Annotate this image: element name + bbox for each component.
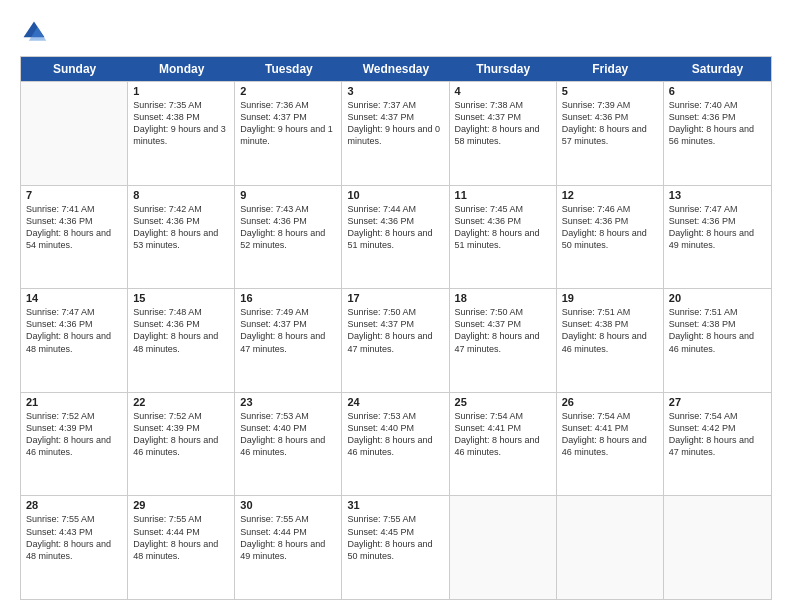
- cal-cell: 20Sunrise: 7:51 AMSunset: 4:38 PMDayligh…: [664, 289, 771, 392]
- cal-cell: 30Sunrise: 7:55 AMSunset: 4:44 PMDayligh…: [235, 496, 342, 599]
- cal-cell: 24Sunrise: 7:53 AMSunset: 4:40 PMDayligh…: [342, 393, 449, 496]
- day-number: 25: [455, 396, 551, 408]
- week-row-0: 1Sunrise: 7:35 AMSunset: 4:38 PMDaylight…: [21, 81, 771, 185]
- cal-cell: [664, 496, 771, 599]
- day-info: Sunrise: 7:55 AMSunset: 4:43 PMDaylight:…: [26, 513, 122, 562]
- day-number: 2: [240, 85, 336, 97]
- cal-cell: 4Sunrise: 7:38 AMSunset: 4:37 PMDaylight…: [450, 82, 557, 185]
- header-day-thursday: Thursday: [450, 57, 557, 81]
- day-number: 24: [347, 396, 443, 408]
- day-number: 22: [133, 396, 229, 408]
- cal-cell: 21Sunrise: 7:52 AMSunset: 4:39 PMDayligh…: [21, 393, 128, 496]
- day-number: 31: [347, 499, 443, 511]
- header-day-tuesday: Tuesday: [235, 57, 342, 81]
- day-number: 9: [240, 189, 336, 201]
- day-number: 21: [26, 396, 122, 408]
- week-row-4: 28Sunrise: 7:55 AMSunset: 4:43 PMDayligh…: [21, 495, 771, 599]
- cal-cell: 17Sunrise: 7:50 AMSunset: 4:37 PMDayligh…: [342, 289, 449, 392]
- day-number: 6: [669, 85, 766, 97]
- day-number: 29: [133, 499, 229, 511]
- day-info: Sunrise: 7:53 AMSunset: 4:40 PMDaylight:…: [347, 410, 443, 459]
- cal-cell: 15Sunrise: 7:48 AMSunset: 4:36 PMDayligh…: [128, 289, 235, 392]
- cal-cell: 22Sunrise: 7:52 AMSunset: 4:39 PMDayligh…: [128, 393, 235, 496]
- cal-cell: 14Sunrise: 7:47 AMSunset: 4:36 PMDayligh…: [21, 289, 128, 392]
- day-info: Sunrise: 7:35 AMSunset: 4:38 PMDaylight:…: [133, 99, 229, 148]
- day-info: Sunrise: 7:49 AMSunset: 4:37 PMDaylight:…: [240, 306, 336, 355]
- day-info: Sunrise: 7:44 AMSunset: 4:36 PMDaylight:…: [347, 203, 443, 252]
- header-day-saturday: Saturday: [664, 57, 771, 81]
- cal-cell: 16Sunrise: 7:49 AMSunset: 4:37 PMDayligh…: [235, 289, 342, 392]
- day-number: 19: [562, 292, 658, 304]
- cal-cell: 31Sunrise: 7:55 AMSunset: 4:45 PMDayligh…: [342, 496, 449, 599]
- day-number: 12: [562, 189, 658, 201]
- calendar-header: SundayMondayTuesdayWednesdayThursdayFrid…: [21, 57, 771, 81]
- cal-cell: 29Sunrise: 7:55 AMSunset: 4:44 PMDayligh…: [128, 496, 235, 599]
- week-row-3: 21Sunrise: 7:52 AMSunset: 4:39 PMDayligh…: [21, 392, 771, 496]
- cal-cell: 6Sunrise: 7:40 AMSunset: 4:36 PMDaylight…: [664, 82, 771, 185]
- day-number: 17: [347, 292, 443, 304]
- cal-cell: 18Sunrise: 7:50 AMSunset: 4:37 PMDayligh…: [450, 289, 557, 392]
- cal-cell: 25Sunrise: 7:54 AMSunset: 4:41 PMDayligh…: [450, 393, 557, 496]
- cal-cell: 7Sunrise: 7:41 AMSunset: 4:36 PMDaylight…: [21, 186, 128, 289]
- day-number: 3: [347, 85, 443, 97]
- day-info: Sunrise: 7:52 AMSunset: 4:39 PMDaylight:…: [133, 410, 229, 459]
- day-info: Sunrise: 7:38 AMSunset: 4:37 PMDaylight:…: [455, 99, 551, 148]
- day-number: 26: [562, 396, 658, 408]
- day-info: Sunrise: 7:47 AMSunset: 4:36 PMDaylight:…: [26, 306, 122, 355]
- day-number: 5: [562, 85, 658, 97]
- page: SundayMondayTuesdayWednesdayThursdayFrid…: [0, 0, 792, 612]
- day-info: Sunrise: 7:50 AMSunset: 4:37 PMDaylight:…: [455, 306, 551, 355]
- header: [20, 18, 772, 46]
- day-info: Sunrise: 7:55 AMSunset: 4:44 PMDaylight:…: [133, 513, 229, 562]
- day-info: Sunrise: 7:41 AMSunset: 4:36 PMDaylight:…: [26, 203, 122, 252]
- day-info: Sunrise: 7:43 AMSunset: 4:36 PMDaylight:…: [240, 203, 336, 252]
- week-row-2: 14Sunrise: 7:47 AMSunset: 4:36 PMDayligh…: [21, 288, 771, 392]
- cal-cell: 10Sunrise: 7:44 AMSunset: 4:36 PMDayligh…: [342, 186, 449, 289]
- day-info: Sunrise: 7:46 AMSunset: 4:36 PMDaylight:…: [562, 203, 658, 252]
- day-info: Sunrise: 7:39 AMSunset: 4:36 PMDaylight:…: [562, 99, 658, 148]
- logo-icon: [20, 18, 48, 46]
- day-number: 16: [240, 292, 336, 304]
- cal-cell: 28Sunrise: 7:55 AMSunset: 4:43 PMDayligh…: [21, 496, 128, 599]
- day-number: 30: [240, 499, 336, 511]
- day-number: 27: [669, 396, 766, 408]
- day-number: 10: [347, 189, 443, 201]
- day-info: Sunrise: 7:52 AMSunset: 4:39 PMDaylight:…: [26, 410, 122, 459]
- cal-cell: [557, 496, 664, 599]
- day-info: Sunrise: 7:51 AMSunset: 4:38 PMDaylight:…: [669, 306, 766, 355]
- header-day-friday: Friday: [557, 57, 664, 81]
- day-info: Sunrise: 7:47 AMSunset: 4:36 PMDaylight:…: [669, 203, 766, 252]
- day-number: 15: [133, 292, 229, 304]
- day-number: 1: [133, 85, 229, 97]
- day-number: 11: [455, 189, 551, 201]
- day-info: Sunrise: 7:55 AMSunset: 4:44 PMDaylight:…: [240, 513, 336, 562]
- day-number: 13: [669, 189, 766, 201]
- header-day-monday: Monday: [128, 57, 235, 81]
- day-info: Sunrise: 7:53 AMSunset: 4:40 PMDaylight:…: [240, 410, 336, 459]
- day-info: Sunrise: 7:45 AMSunset: 4:36 PMDaylight:…: [455, 203, 551, 252]
- cal-cell: 26Sunrise: 7:54 AMSunset: 4:41 PMDayligh…: [557, 393, 664, 496]
- calendar-body: 1Sunrise: 7:35 AMSunset: 4:38 PMDaylight…: [21, 81, 771, 599]
- day-number: 28: [26, 499, 122, 511]
- calendar: SundayMondayTuesdayWednesdayThursdayFrid…: [20, 56, 772, 600]
- cal-cell: 8Sunrise: 7:42 AMSunset: 4:36 PMDaylight…: [128, 186, 235, 289]
- logo: [20, 18, 52, 46]
- header-day-wednesday: Wednesday: [342, 57, 449, 81]
- day-info: Sunrise: 7:51 AMSunset: 4:38 PMDaylight:…: [562, 306, 658, 355]
- cal-cell: 1Sunrise: 7:35 AMSunset: 4:38 PMDaylight…: [128, 82, 235, 185]
- day-info: Sunrise: 7:54 AMSunset: 4:41 PMDaylight:…: [562, 410, 658, 459]
- day-number: 20: [669, 292, 766, 304]
- cal-cell: 2Sunrise: 7:36 AMSunset: 4:37 PMDaylight…: [235, 82, 342, 185]
- header-day-sunday: Sunday: [21, 57, 128, 81]
- day-number: 7: [26, 189, 122, 201]
- day-info: Sunrise: 7:40 AMSunset: 4:36 PMDaylight:…: [669, 99, 766, 148]
- week-row-1: 7Sunrise: 7:41 AMSunset: 4:36 PMDaylight…: [21, 185, 771, 289]
- cal-cell: 19Sunrise: 7:51 AMSunset: 4:38 PMDayligh…: [557, 289, 664, 392]
- day-info: Sunrise: 7:54 AMSunset: 4:41 PMDaylight:…: [455, 410, 551, 459]
- cal-cell: 13Sunrise: 7:47 AMSunset: 4:36 PMDayligh…: [664, 186, 771, 289]
- cal-cell: 9Sunrise: 7:43 AMSunset: 4:36 PMDaylight…: [235, 186, 342, 289]
- cal-cell: 23Sunrise: 7:53 AMSunset: 4:40 PMDayligh…: [235, 393, 342, 496]
- day-number: 4: [455, 85, 551, 97]
- day-number: 23: [240, 396, 336, 408]
- cal-cell: 12Sunrise: 7:46 AMSunset: 4:36 PMDayligh…: [557, 186, 664, 289]
